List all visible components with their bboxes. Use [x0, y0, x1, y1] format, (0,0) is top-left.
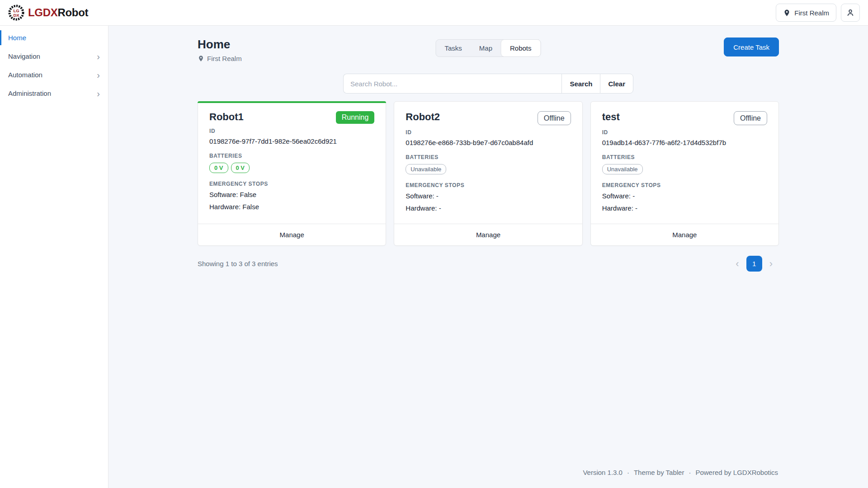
pagination-next-icon[interactable]: › [769, 259, 773, 269]
robot-id: 0198276e-97f7-7dd1-982e-56ea02c6d921 [209, 137, 374, 145]
pagination-prev-icon[interactable]: ‹ [736, 259, 739, 269]
page-header: Home First Realm Tasks Map Robots Create… [198, 38, 779, 62]
chevron-right-icon: › [97, 89, 100, 98]
robot-card-robot1: Robot1 Running ID 0198276e-97f7-7dd1-982… [198, 101, 386, 246]
sidebar-item-administration[interactable]: Administration › [0, 84, 108, 103]
page-footer: Version 1.3.0·Theme by Tabler·Powered by… [198, 461, 779, 488]
tab-map[interactable]: Map [471, 40, 501, 56]
status-badge: Running [336, 111, 375, 124]
batteries-label: BATTERIES [209, 153, 374, 159]
robot-name: test [602, 111, 620, 123]
realm-selector-button[interactable]: First Realm [776, 4, 836, 22]
top-navbar: LG DX LGDXRobot First Realm [0, 0, 868, 26]
sidebar-item-automation[interactable]: Automation › [0, 66, 108, 84]
hardware-estop: Hardware: False [209, 202, 374, 211]
robot-card-body: Robot2 Offline ID 0198276e-e868-733b-b9e… [394, 102, 582, 224]
emergency-stops-label: EMERGENCY STOPS [602, 182, 767, 188]
clear-button[interactable]: Clear [600, 74, 633, 94]
lgdx-logo-icon: LG DX [8, 5, 24, 21]
chevron-right-icon: › [97, 52, 100, 61]
realm-selector-label: First Realm [794, 9, 829, 17]
page-title-block: Home First Realm [198, 38, 242, 62]
sidebar-item-label: Home [8, 34, 26, 42]
robot-card-robot2: Robot2 Offline ID 0198276e-e868-733b-b9e… [394, 101, 582, 246]
software-estop: Software: - [602, 191, 767, 201]
pagination: ‹ 1 › [736, 256, 773, 272]
footer-powered[interactable]: Powered by LGDXRobotics [695, 469, 778, 476]
results-row: Showing 1 to 3 of 3 entries ‹ 1 › [198, 256, 779, 272]
battery-badge: 0 V [209, 163, 228, 173]
search-row: Search Clear [198, 74, 779, 94]
robot-cards: Robot1 Running ID 0198276e-97f7-7dd1-982… [198, 101, 779, 246]
footer-separator: · [689, 469, 691, 476]
view-tabs: Tasks Map Robots [435, 39, 541, 57]
brand-text-red: LGDX [28, 6, 57, 19]
main-content: Home First Realm Tasks Map Robots Create… [108, 26, 868, 488]
chevron-right-icon: › [97, 70, 100, 80]
brand-title: LGDXRobot [28, 6, 88, 19]
tab-robots[interactable]: Robots [500, 39, 541, 57]
map-pin-icon [198, 55, 204, 62]
user-menu-button[interactable] [841, 4, 860, 22]
tab-tasks[interactable]: Tasks [436, 40, 470, 56]
hardware-estop: Hardware: - [602, 203, 767, 213]
search-button[interactable]: Search [561, 74, 600, 94]
manage-link[interactable]: Manage [591, 224, 778, 245]
user-icon [846, 8, 855, 17]
software-estop: Software: False [209, 190, 374, 199]
hardware-estop: Hardware: - [406, 203, 571, 213]
sidebar-item-label: Administration [8, 89, 51, 97]
battery-badge: Unavailable [406, 164, 446, 174]
emergency-stops-label: EMERGENCY STOPS [209, 181, 374, 187]
software-estop: Software: - [406, 191, 571, 201]
status-badge: Offline [734, 111, 767, 125]
id-label: ID [602, 129, 767, 136]
battery-badge: 0 V [231, 163, 250, 173]
manage-link[interactable]: Manage [198, 224, 386, 245]
robot-card-body: test Offline ID 019adb14-d637-77f6-a6f2-… [591, 102, 778, 224]
sidebar-item-home[interactable]: Home [0, 28, 108, 47]
footer-theme[interactable]: Theme by Tabler [634, 469, 684, 476]
brand-text-dark: Robot [57, 6, 88, 19]
sidebar-item-navigation[interactable]: Navigation › [0, 47, 108, 66]
batteries-label: BATTERIES [602, 154, 767, 160]
manage-link[interactable]: Manage [394, 224, 582, 245]
sidebar-item-label: Navigation [8, 52, 40, 60]
battery-badge: Unavailable [602, 164, 643, 174]
emergency-stops-label: EMERGENCY STOPS [406, 182, 571, 188]
footer-version: Version 1.3.0 [583, 469, 623, 476]
search-group: Search Clear [343, 74, 633, 94]
robot-card-test: test Offline ID 019adb14-d637-77f6-a6f2-… [590, 101, 779, 246]
robot-card-body: Robot1 Running ID 0198276e-97f7-7dd1-982… [198, 102, 386, 224]
results-summary: Showing 1 to 3 of 3 entries [198, 260, 278, 267]
realm-subtitle: First Realm [198, 55, 242, 62]
page-title: Home [198, 38, 242, 52]
status-badge: Offline [538, 111, 571, 125]
create-task-button[interactable]: Create Task [724, 38, 779, 56]
navbar-actions: First Realm [776, 4, 860, 22]
realm-subtitle-label: First Realm [207, 55, 242, 62]
robot-name: Robot2 [406, 111, 440, 123]
robot-id: 0198276e-e868-733b-b9e7-d67c0ab84afd [406, 139, 571, 146]
footer-separator: · [627, 469, 629, 476]
id-label: ID [209, 128, 374, 134]
sidebar-item-label: Automation [8, 71, 42, 79]
search-input[interactable] [343, 74, 561, 94]
sidebar: Home Navigation › Automation › Administr… [0, 26, 108, 488]
svg-text:DX: DX [13, 13, 19, 18]
batteries-label: BATTERIES [406, 154, 571, 160]
map-pin-icon [783, 9, 791, 17]
id-label: ID [406, 129, 571, 136]
pagination-page-1[interactable]: 1 [746, 256, 762, 272]
robot-name: Robot1 [209, 111, 244, 123]
brand-logo[interactable]: LG DX LGDXRobot [8, 5, 88, 21]
robot-id: 019adb14-d637-77f6-a6f2-17d4d532bf7b [602, 139, 767, 146]
